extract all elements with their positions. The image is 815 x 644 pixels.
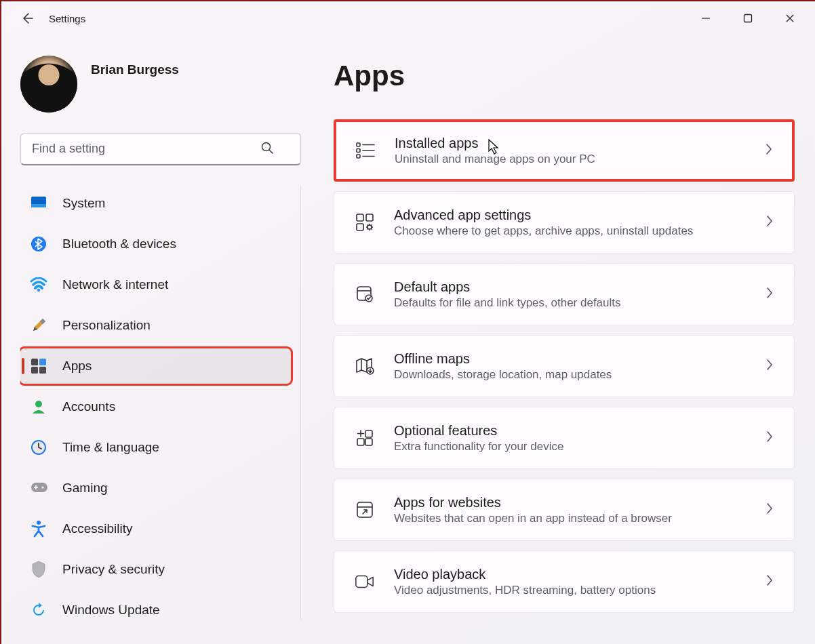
svg-rect-37 [357, 439, 364, 445]
svg-rect-11 [39, 359, 46, 365]
nav-list: System Bluetooth & devices Network & int… [20, 186, 301, 620]
sidebar-item-personalization[interactable]: Personalization [20, 308, 291, 343]
avatar [20, 56, 77, 113]
nav-label: Personalization [62, 318, 151, 333]
svg-rect-6 [31, 204, 46, 207]
svg-rect-27 [366, 214, 373, 221]
chevron-right-icon [766, 502, 774, 517]
svg-rect-36 [365, 430, 372, 437]
personalization-icon [30, 317, 47, 334]
svg-rect-38 [365, 439, 372, 445]
svg-point-19 [37, 521, 41, 525]
card-title: Installed apps [395, 136, 746, 151]
svg-rect-24 [357, 155, 360, 158]
time-icon [30, 439, 47, 456]
svg-line-3 [269, 150, 273, 153]
card-optional-features[interactable]: Optional features Extra functionality fo… [334, 407, 795, 469]
maximize-icon [743, 14, 753, 23]
sidebar-item-accessibility[interactable]: Accessibility [20, 511, 291, 546]
sidebar: Brian Burgess System Bluetooth & devices [1, 35, 313, 644]
arrow-left-icon [20, 12, 34, 25]
optional-features-icon [355, 428, 375, 447]
nav-label: Windows Update [62, 603, 160, 618]
card-desc: Downloads, storage location, map updates [394, 368, 747, 382]
card-title: Optional features [394, 423, 747, 439]
card-installed-apps[interactable]: Installed apps Uninstall and manage apps… [334, 119, 795, 182]
user-name: Brian Burgess [91, 62, 179, 77]
title-bar: Settings [1, 1, 815, 35]
profile-section[interactable]: Brian Burgess [20, 56, 301, 113]
card-offline-maps[interactable]: Offline maps Downloads, storage location… [334, 335, 795, 397]
default-apps-icon [355, 285, 375, 304]
app-title: Settings [49, 13, 85, 24]
video-playback-icon [355, 573, 375, 590]
svg-point-14 [35, 401, 42, 407]
gaming-icon [30, 479, 47, 497]
accessibility-icon [30, 520, 47, 538]
sidebar-item-accounts[interactable]: Accounts [20, 389, 291, 424]
card-desc: Uninstall and manage apps on your PC [395, 153, 746, 166]
chevron-right-icon [765, 143, 773, 158]
sidebar-item-update[interactable]: Windows Update [20, 592, 291, 620]
svg-rect-20 [357, 143, 360, 146]
svg-point-29 [367, 225, 372, 229]
svg-point-18 [42, 487, 44, 489]
nav-label: Privacy & security [62, 562, 165, 577]
close-button[interactable] [769, 4, 811, 33]
search-icon [260, 141, 274, 157]
card-desc: Choose where to get apps, archive apps, … [394, 224, 747, 238]
svg-rect-12 [31, 367, 38, 374]
card-desc: Defaults for file and link types, other … [394, 296, 747, 310]
apps-for-websites-icon [355, 500, 375, 519]
card-title: Default apps [394, 279, 747, 295]
card-video-playback[interactable]: Video playback Video adjustments, HDR st… [334, 550, 795, 613]
nav-label: Gaming [62, 481, 108, 496]
close-icon [785, 14, 795, 23]
sidebar-item-bluetooth[interactable]: Bluetooth & devices [20, 226, 291, 262]
svg-rect-10 [31, 359, 38, 365]
privacy-icon [30, 561, 47, 578]
svg-rect-26 [357, 214, 363, 221]
sidebar-item-apps[interactable]: Apps [20, 348, 291, 384]
bluetooth-icon [30, 235, 47, 253]
accounts-icon [30, 398, 47, 416]
search-input[interactable] [20, 133, 301, 165]
card-title: Offline maps [394, 351, 747, 367]
card-default-apps[interactable]: Default apps Defaults for file and link … [334, 263, 795, 325]
svg-rect-28 [357, 224, 363, 230]
svg-rect-13 [39, 367, 46, 374]
minimize-button[interactable] [685, 4, 727, 33]
sidebar-item-gaming[interactable]: Gaming [20, 470, 291, 506]
chevron-right-icon [766, 215, 774, 230]
installed-apps-icon [355, 142, 376, 159]
nav-label: System [62, 196, 105, 211]
offline-maps-icon [355, 357, 375, 376]
nav-label: Network & internet [62, 277, 168, 292]
nav-label: Apps [62, 359, 92, 374]
update-icon [30, 601, 47, 619]
card-desc: Video adjustments, HDR streaming, batter… [394, 584, 747, 597]
back-button[interactable] [14, 5, 41, 32]
advanced-app-settings-icon [355, 213, 375, 232]
chevron-right-icon [766, 287, 774, 302]
network-icon [30, 276, 47, 294]
card-apps-for-websites[interactable]: Apps for websites Websites that can open… [334, 479, 795, 541]
svg-rect-1 [744, 15, 752, 22]
main-content: Apps Installed apps Uninstall and manage… [313, 35, 815, 644]
sidebar-item-privacy[interactable]: Privacy & security [20, 552, 291, 587]
nav-label: Time & language [62, 440, 159, 455]
sidebar-item-network[interactable]: Network & internet [20, 267, 291, 302]
card-desc: Websites that can open in an app instead… [394, 512, 747, 525]
sidebar-item-time[interactable]: Time & language [20, 430, 291, 465]
card-advanced-app-settings[interactable]: Advanced app settings Choose where to ge… [334, 191, 795, 254]
svg-rect-41 [356, 576, 367, 588]
minimize-icon [701, 14, 711, 23]
card-title: Advanced app settings [394, 207, 747, 223]
chevron-right-icon [766, 359, 774, 374]
chevron-right-icon [766, 574, 774, 589]
card-title: Apps for websites [394, 495, 747, 510]
card-desc: Extra functionality for your device [394, 440, 747, 454]
sidebar-item-system[interactable]: System [20, 186, 291, 221]
system-icon [30, 195, 47, 212]
maximize-button[interactable] [727, 4, 769, 33]
